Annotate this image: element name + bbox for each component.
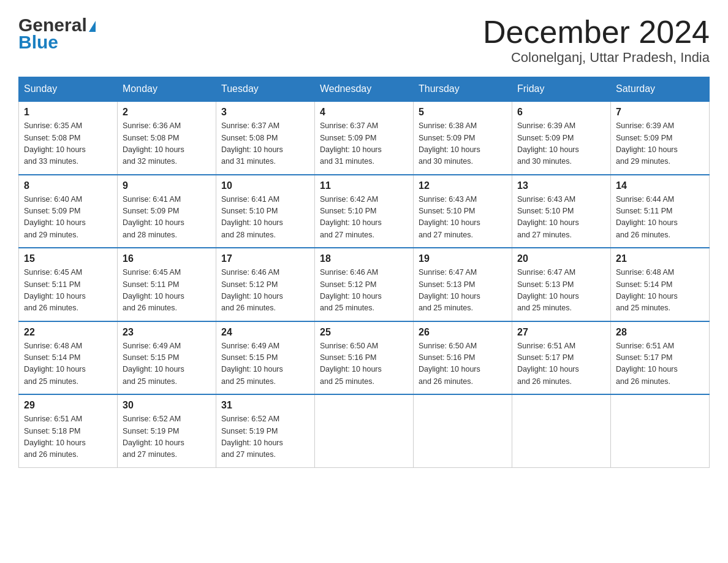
day-info: Sunrise: 6:52 AMSunset: 5:19 PMDaylight:… xyxy=(221,413,309,461)
calendar-day-cell: 9Sunrise: 6:41 AMSunset: 5:09 PMDaylight… xyxy=(118,175,216,248)
calendar-day-cell: 13Sunrise: 6:43 AMSunset: 5:10 PMDayligh… xyxy=(512,175,611,248)
day-info: Sunrise: 6:51 AMSunset: 5:18 PMDaylight:… xyxy=(24,413,112,461)
day-info: Sunrise: 6:43 AMSunset: 5:10 PMDaylight:… xyxy=(517,194,605,242)
month-title: December 2024 xyxy=(483,15,710,50)
day-number: 21 xyxy=(616,253,704,264)
day-number: 29 xyxy=(24,400,112,411)
day-number: 18 xyxy=(320,253,408,264)
calendar-day-cell: 27Sunrise: 6:51 AMSunset: 5:17 PMDayligh… xyxy=(512,321,611,395)
day-info: Sunrise: 6:37 AMSunset: 5:09 PMDaylight:… xyxy=(320,120,408,168)
calendar-day-cell: 14Sunrise: 6:44 AMSunset: 5:11 PMDayligh… xyxy=(611,175,710,248)
location-title: Colonelganj, Uttar Pradesh, India xyxy=(483,50,710,66)
day-number: 1 xyxy=(24,107,112,118)
day-number: 12 xyxy=(419,180,507,191)
day-info: Sunrise: 6:49 AMSunset: 5:15 PMDaylight:… xyxy=(221,340,309,388)
day-info: Sunrise: 6:37 AMSunset: 5:08 PMDaylight:… xyxy=(221,120,309,168)
calendar-day-cell: 22Sunrise: 6:48 AMSunset: 5:14 PMDayligh… xyxy=(19,321,118,395)
day-info: Sunrise: 6:51 AMSunset: 5:17 PMDaylight:… xyxy=(616,340,704,388)
day-number: 27 xyxy=(517,327,605,338)
day-number: 10 xyxy=(221,180,309,191)
calendar-day-cell: 2Sunrise: 6:36 AMSunset: 5:08 PMDaylight… xyxy=(118,101,216,175)
calendar-table: SundayMondayTuesdayWednesdayThursdayFrid… xyxy=(18,77,710,468)
day-info: Sunrise: 6:35 AMSunset: 5:08 PMDaylight:… xyxy=(24,120,112,168)
day-info: Sunrise: 6:45 AMSunset: 5:11 PMDaylight:… xyxy=(123,267,211,315)
day-header-monday: Monday xyxy=(118,77,216,102)
calendar-day-cell: 28Sunrise: 6:51 AMSunset: 5:17 PMDayligh… xyxy=(611,321,710,395)
day-info: Sunrise: 6:50 AMSunset: 5:16 PMDaylight:… xyxy=(419,340,507,388)
day-number: 2 xyxy=(123,107,211,118)
day-number: 9 xyxy=(123,180,211,191)
day-header-friday: Friday xyxy=(512,77,611,102)
day-info: Sunrise: 6:41 AMSunset: 5:09 PMDaylight:… xyxy=(123,194,211,242)
day-info: Sunrise: 6:38 AMSunset: 5:09 PMDaylight:… xyxy=(419,120,507,168)
calendar-week-row: 8Sunrise: 6:40 AMSunset: 5:09 PMDaylight… xyxy=(19,175,710,248)
day-header-sunday: Sunday xyxy=(19,77,118,102)
day-info: Sunrise: 6:50 AMSunset: 5:16 PMDaylight:… xyxy=(320,340,408,388)
logo: General Blue xyxy=(18,15,96,53)
calendar-day-cell: 16Sunrise: 6:45 AMSunset: 5:11 PMDayligh… xyxy=(118,248,216,321)
calendar-week-row: 15Sunrise: 6:45 AMSunset: 5:11 PMDayligh… xyxy=(19,248,710,321)
day-info: Sunrise: 6:47 AMSunset: 5:13 PMDaylight:… xyxy=(517,267,605,315)
day-number: 14 xyxy=(616,180,704,191)
day-info: Sunrise: 6:44 AMSunset: 5:11 PMDaylight:… xyxy=(616,194,704,242)
calendar-day-cell: 11Sunrise: 6:42 AMSunset: 5:10 PMDayligh… xyxy=(315,175,414,248)
day-number: 13 xyxy=(517,180,605,191)
calendar-day-cell: 23Sunrise: 6:49 AMSunset: 5:15 PMDayligh… xyxy=(118,321,216,395)
day-info: Sunrise: 6:48 AMSunset: 5:14 PMDaylight:… xyxy=(24,340,112,388)
day-number: 20 xyxy=(517,253,605,264)
calendar-header-row: SundayMondayTuesdayWednesdayThursdayFrid… xyxy=(19,77,710,102)
calendar-day-cell: 17Sunrise: 6:46 AMSunset: 5:12 PMDayligh… xyxy=(216,248,315,321)
calendar-day-cell: 31Sunrise: 6:52 AMSunset: 5:19 PMDayligh… xyxy=(216,394,315,467)
calendar-day-cell: 25Sunrise: 6:50 AMSunset: 5:16 PMDayligh… xyxy=(315,321,414,395)
calendar-week-row: 22Sunrise: 6:48 AMSunset: 5:14 PMDayligh… xyxy=(19,321,710,395)
day-info: Sunrise: 6:51 AMSunset: 5:17 PMDaylight:… xyxy=(517,340,605,388)
logo-blue-text: Blue xyxy=(18,32,96,53)
day-number: 22 xyxy=(24,327,112,338)
day-info: Sunrise: 6:41 AMSunset: 5:10 PMDaylight:… xyxy=(221,194,309,242)
day-number: 6 xyxy=(517,107,605,118)
calendar-week-row: 1Sunrise: 6:35 AMSunset: 5:08 PMDaylight… xyxy=(19,101,710,175)
day-number: 16 xyxy=(123,253,211,264)
calendar-day-cell: 30Sunrise: 6:52 AMSunset: 5:19 PMDayligh… xyxy=(118,394,216,467)
calendar-day-cell: 3Sunrise: 6:37 AMSunset: 5:08 PMDaylight… xyxy=(216,101,315,175)
calendar-day-cell xyxy=(512,394,611,467)
calendar-day-cell: 5Sunrise: 6:38 AMSunset: 5:09 PMDaylight… xyxy=(414,101,512,175)
calendar-day-cell: 15Sunrise: 6:45 AMSunset: 5:11 PMDayligh… xyxy=(19,248,118,321)
calendar-day-cell: 26Sunrise: 6:50 AMSunset: 5:16 PMDayligh… xyxy=(414,321,512,395)
day-info: Sunrise: 6:48 AMSunset: 5:14 PMDaylight:… xyxy=(616,267,704,315)
logo-triangle-icon xyxy=(89,21,96,32)
day-number: 31 xyxy=(221,400,309,411)
day-number: 11 xyxy=(320,180,408,191)
day-number: 25 xyxy=(320,327,408,338)
day-number: 23 xyxy=(123,327,211,338)
day-info: Sunrise: 6:46 AMSunset: 5:12 PMDaylight:… xyxy=(221,267,309,315)
calendar-day-cell: 24Sunrise: 6:49 AMSunset: 5:15 PMDayligh… xyxy=(216,321,315,395)
day-info: Sunrise: 6:43 AMSunset: 5:10 PMDaylight:… xyxy=(419,194,507,242)
header: General Blue December 2024 Colonelganj, … xyxy=(18,15,710,66)
calendar-day-cell: 6Sunrise: 6:39 AMSunset: 5:09 PMDaylight… xyxy=(512,101,611,175)
day-number: 3 xyxy=(221,107,309,118)
day-number: 19 xyxy=(419,253,507,264)
day-info: Sunrise: 6:40 AMSunset: 5:09 PMDaylight:… xyxy=(24,194,112,242)
calendar-day-cell: 20Sunrise: 6:47 AMSunset: 5:13 PMDayligh… xyxy=(512,248,611,321)
day-header-thursday: Thursday xyxy=(414,77,512,102)
calendar-day-cell: 21Sunrise: 6:48 AMSunset: 5:14 PMDayligh… xyxy=(611,248,710,321)
day-info: Sunrise: 6:49 AMSunset: 5:15 PMDaylight:… xyxy=(123,340,211,388)
day-info: Sunrise: 6:47 AMSunset: 5:13 PMDaylight:… xyxy=(419,267,507,315)
day-info: Sunrise: 6:39 AMSunset: 5:09 PMDaylight:… xyxy=(517,120,605,168)
day-info: Sunrise: 6:36 AMSunset: 5:08 PMDaylight:… xyxy=(123,120,211,168)
day-number: 8 xyxy=(24,180,112,191)
day-info: Sunrise: 6:45 AMSunset: 5:11 PMDaylight:… xyxy=(24,267,112,315)
calendar-day-cell: 19Sunrise: 6:47 AMSunset: 5:13 PMDayligh… xyxy=(414,248,512,321)
calendar-day-cell: 29Sunrise: 6:51 AMSunset: 5:18 PMDayligh… xyxy=(19,394,118,467)
day-number: 15 xyxy=(24,253,112,264)
day-number: 5 xyxy=(419,107,507,118)
day-number: 26 xyxy=(419,327,507,338)
day-info: Sunrise: 6:52 AMSunset: 5:19 PMDaylight:… xyxy=(123,413,211,461)
calendar-day-cell: 8Sunrise: 6:40 AMSunset: 5:09 PMDaylight… xyxy=(19,175,118,248)
calendar-day-cell: 4Sunrise: 6:37 AMSunset: 5:09 PMDaylight… xyxy=(315,101,414,175)
calendar-week-row: 29Sunrise: 6:51 AMSunset: 5:18 PMDayligh… xyxy=(19,394,710,467)
day-number: 7 xyxy=(616,107,704,118)
calendar-day-cell xyxy=(611,394,710,467)
calendar-day-cell: 10Sunrise: 6:41 AMSunset: 5:10 PMDayligh… xyxy=(216,175,315,248)
